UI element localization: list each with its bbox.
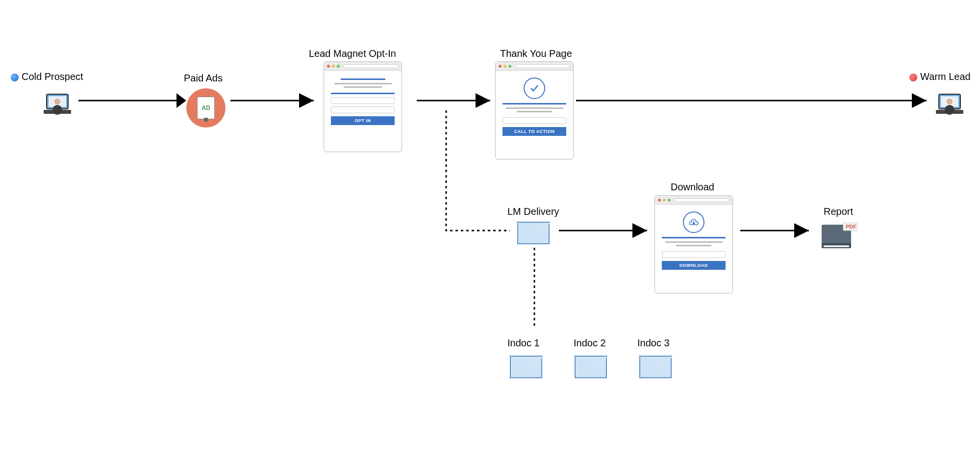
browser-titlebar	[496, 62, 573, 71]
svg-point-15	[947, 99, 953, 104]
lead-magnet-label: Lead Magnet Opt-In	[309, 48, 396, 59]
dot-blue-icon	[11, 74, 19, 81]
dot-red-icon	[909, 74, 917, 81]
person-laptop-icon	[934, 88, 965, 120]
report-label: Report	[824, 206, 853, 217]
optin-button: OPT IN	[331, 116, 395, 125]
book-pdf-icon: PDF	[819, 221, 853, 249]
warm-lead-label: Warm Lead	[909, 71, 971, 82]
download-browser: DOWNLOAD	[654, 195, 733, 293]
cold-prospect-label: Cold Prospect	[11, 71, 83, 82]
lead-magnet-browser: OPT IN	[324, 61, 402, 152]
svg-point-12	[52, 105, 62, 115]
thank-you-label: Thank You Page	[500, 48, 572, 59]
person-laptop-icon	[42, 88, 73, 120]
envelope-icon	[510, 356, 542, 378]
svg-point-10	[54, 99, 60, 104]
envelope-icon	[639, 356, 672, 378]
indoc2-label: Indoc 2	[574, 337, 606, 349]
thank-you-browser: CALL TO ACTION	[495, 61, 574, 159]
indoc1-label: Indoc 1	[507, 337, 540, 349]
browser-titlebar	[655, 196, 732, 205]
paid-ads-label: Paid Ads	[184, 73, 223, 84]
download-button: DOWNLOAD	[662, 261, 726, 270]
cta-button: CALL TO ACTION	[503, 127, 566, 136]
indoc3-label: Indoc 3	[637, 337, 670, 349]
svg-text:PDF: PDF	[846, 224, 856, 230]
svg-point-17	[945, 105, 955, 115]
browser-titlebar	[324, 62, 402, 71]
svg-marker-1	[176, 93, 186, 108]
ad-icon: AD	[186, 88, 226, 128]
ad-badge: AD	[197, 97, 215, 119]
envelope-icon	[575, 356, 607, 378]
svg-rect-20	[824, 245, 849, 247]
download-label: Download	[671, 182, 714, 193]
envelope-icon	[517, 222, 550, 244]
checkmark-icon	[524, 78, 545, 99]
lm-delivery-label: LM Delivery	[507, 206, 559, 217]
cloud-download-icon	[683, 211, 704, 233]
